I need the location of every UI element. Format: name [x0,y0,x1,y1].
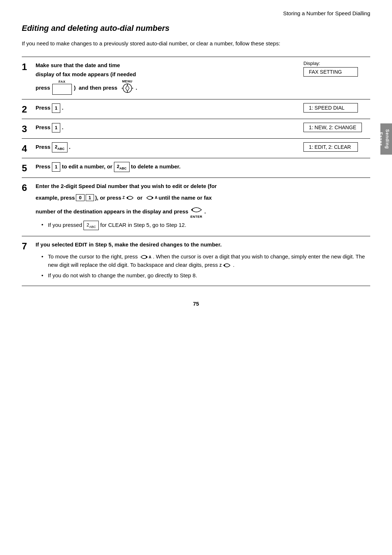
step-1-display-label: Display: [303,61,370,66]
intro-text: If you need to make changes to a previou… [22,40,370,48]
step-3-press: Press [36,124,52,130]
step-6-example: example, press [36,195,75,201]
fax-button-wrap: FAX [52,80,72,95]
step-1-bold-1: Make sure that the date and time [36,62,120,68]
step-3-display: 1: NEW, 2: CHANGE [298,123,370,132]
left-arrow-wrap: Z [122,194,134,202]
step-7-left-arrow: Z [219,261,231,269]
step-6-until: until the name or fax [159,195,212,201]
left-arrow-icon [125,194,135,202]
enter-icon [190,205,203,215]
svg-marker-1 [126,85,129,91]
step-2-text: Press 1 . [36,103,298,113]
step-6-or-press: ), or press [95,195,122,201]
menu-button-wrap: MENU [121,80,134,96]
step-4-text: Press 2ABC . [36,142,298,152]
step-6-or-text: or [137,195,143,201]
step-1-display-box: FAX SETTING [303,67,358,77]
step-2-display: 1: SPEED DIAL [298,103,370,113]
step-7-z-label: Z [219,263,221,268]
step-6-text: Enter the 2-digit Speed Dial number that… [36,181,370,191]
step-5-key2: 2ABC [114,162,130,172]
side-tab-number: 3. [372,137,377,141]
step-5-row: 5 Press 1 to edit a number, or 2ABC to d… [22,158,370,177]
step-6-line2: example, press 0 1 ), or press Z or [36,194,370,202]
step-1-number: 1 [22,61,36,73]
step-7-b2-text: If you do not wish to change the number,… [48,272,197,278]
step-4-press: Press [36,144,52,150]
step-6-bullets: If you pressed 2ABC for CLEAR in Step 5,… [41,221,370,230]
step-6-bullet-key: 2ABC [83,221,99,230]
enter-label: ENTER [190,215,202,219]
step-7-right-arrow-icon [139,253,149,261]
step-5-key1: 1 [52,162,60,172]
step-7-left-arrow-icon [222,261,232,269]
step-7-bullet-2: If you do not wish to change the number,… [41,272,370,280]
svg-marker-8 [191,208,193,211]
step-6-number: 6 [22,181,36,193]
step-4-key: 2ABC [52,142,68,152]
step-6-line3: number of the destination appears in the… [36,205,370,219]
step-1-and-then-press: ) [74,83,76,93]
side-tab-faxes: Faxes [378,132,383,146]
right-arrow-icon [145,194,155,202]
step-7-row: 7 If you selected EDIT in Step 5, make t… [22,236,370,286]
step-4-body: Press 2ABC . [36,142,298,152]
a-label: A [155,196,158,200]
step-3-period: . [62,124,63,130]
step-2-body: Press 1 . [36,103,298,113]
svg-marker-9 [146,256,147,258]
step-2-number: 2 [22,103,36,115]
header-title: Storing a Number for Speed Dialling [283,10,370,16]
step-3-number: 3 [22,123,36,135]
step-7-text: If you selected EDIT in Step 5, make the… [36,240,370,249]
step-5-text: Press 1 to edit a number, or 2ABC to del… [36,162,367,172]
svg-marker-10 [224,264,225,267]
step-3-key: 1 [52,123,60,132]
side-tab: Sending Faxes 3. [380,123,392,155]
fax-key [52,84,72,95]
svg-marker-6 [127,196,128,199]
step-4-display-box: 1: EDIT, 2: CLEAR [303,142,358,152]
page-header: Storing a Number for Speed Dialling [0,0,392,20]
step-7-body: If you selected EDIT in Step 5, make the… [36,240,370,282]
step-7-bold: If you selected EDIT in Step 5, make the… [36,241,222,248]
fax-label: FAX [52,80,72,83]
step-2-row: 2 Press 1 . 1: SPEED DIAL [22,99,370,119]
step-6-row: 6 Enter the 2-digit Speed Dial number th… [22,177,370,236]
step-1-press-label: press [36,83,50,93]
step-7-a-label: A [149,254,151,260]
step-7-number: 7 [22,240,36,252]
step-1-period: . [136,83,137,93]
menu-label: MENU [121,80,134,83]
step-5-number: 5 [22,162,36,174]
step-5-body: Press 1 to edit a number, or 2ABC to del… [36,162,370,172]
step-3-body: Press 1 . [36,123,298,132]
step-6-body: Enter the 2-digit Speed Dial number that… [36,181,370,232]
step-6-text-1: Enter the 2-digit Speed Dial number that… [36,183,217,189]
step-5-press: Press [36,163,52,170]
step-6-bullet-text-2: for CLEAR in Step 5, go to Step 12. [100,222,186,228]
step-3-row: 3 Press 1 . 1: NEW, 2: CHANGE [22,119,370,138]
step-6-bullet-text-1: If you pressed [48,222,83,228]
step-7-bullets: To move the cursor to the right, press A… [41,253,370,280]
step-2-period: . [62,105,63,111]
right-arrow-wrap: A [145,194,158,202]
step-2-display-box: 1: SPEED DIAL [303,103,358,113]
step-6-key0: 0 [76,194,84,201]
step-7-bullet-1: To move the cursor to the right, press A… [41,253,370,269]
step-4-number: 4 [22,142,36,154]
step-5-text-end: to delete a number. [131,163,181,170]
step-6-dest-text: number of the destination appears in the… [36,208,188,215]
step-2-press: Press [36,105,52,111]
step-6-dot: . [204,208,206,215]
step-4-display: 1: EDIT, 2: CLEAR [298,142,370,152]
step-7-right-arrow: A [139,253,151,261]
step-3-text: Press 1 . [36,123,298,132]
step-4-row: 4 Press 2ABC . 1: EDIT, 2: CLEAR [22,138,370,158]
step-6-bullet-1: If you pressed 2ABC for CLEAR in Step 5,… [41,221,370,230]
svg-marker-7 [152,196,153,199]
step-7-b1-text3: . [233,262,234,268]
menu-icon [121,83,134,93]
page-number: 75 [22,297,370,307]
